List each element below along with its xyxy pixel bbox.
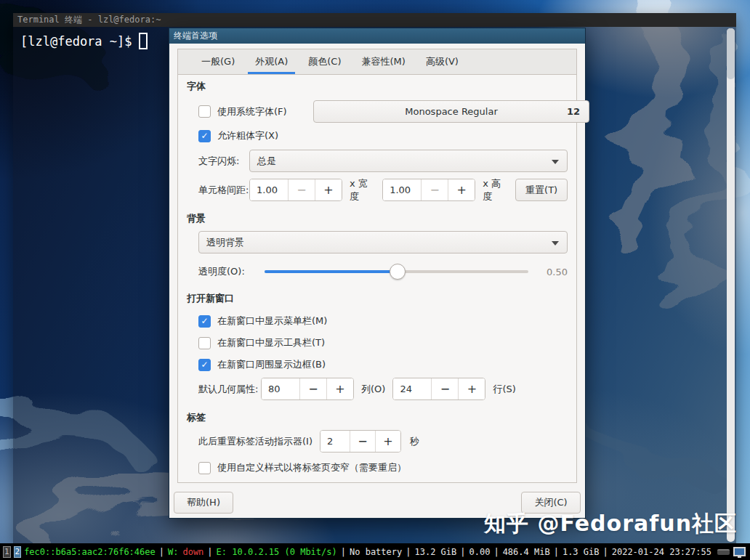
battery-status: No battery	[350, 547, 402, 557]
narrow-tabs-row: 使用自定义样式以将标签页变窄（需要重启）	[198, 460, 568, 476]
separator: |	[337, 547, 350, 557]
opacity-value: 0.50	[537, 267, 568, 277]
rows-value[interactable]: 24	[393, 378, 431, 399]
rows-decrement-icon[interactable]: −	[431, 378, 458, 399]
indicator-increment-icon[interactable]: +	[375, 431, 400, 452]
cell-spacing-row: 单元格间距: 1.00 − + x 宽度 1.00 − + x 高度	[198, 179, 568, 201]
terminal-prompt: [lzl@fedora ~]$	[20, 34, 132, 49]
columns-spinner: 80 − +	[261, 378, 354, 400]
slider-handle[interactable]	[390, 264, 406, 280]
rows-unit: 行(S)	[493, 383, 515, 396]
background-type-dropdown[interactable]: 透明背景	[198, 231, 568, 253]
use-system-font-label: 使用系统字体(F)	[217, 105, 287, 118]
narrow-tabs-label: 使用自定义样式以将标签页变窄（需要重启）	[217, 461, 406, 474]
allow-bold-label: 允许粗体字(X)	[217, 129, 278, 142]
terminal-titlebar[interactable]: Terminal 终端 - lzl@fedora:~	[13, 13, 736, 27]
allow-bold-row: ✓ 允许粗体字(X)	[198, 128, 568, 144]
show-border-checkbox[interactable]: ✓	[198, 359, 211, 371]
font-select-button[interactable]: Monospace Regular 12	[313, 100, 589, 123]
narrow-tabs-checkbox[interactable]	[198, 462, 211, 474]
disk-free: 13.2 GiB	[414, 547, 456, 557]
show-toolbar-row: 在新窗口中显示工具栏(T)	[198, 335, 568, 351]
rows-spinner: 24 − +	[392, 378, 485, 400]
tabs-section-heading: 标签	[187, 411, 206, 424]
opacity-row: 透明度(O): 0.50	[198, 261, 568, 282]
cell-width-increment-icon[interactable]: +	[315, 179, 342, 200]
wlan-label: W:	[168, 547, 178, 557]
wlan-status: down	[182, 547, 203, 557]
desktop: Terminal 终端 - lzl@fedora:~ [lzl@fedora ~…	[0, 0, 750, 560]
activity-indicator-unit: 秒	[410, 435, 419, 448]
memory-usage: 486.4 MiB	[503, 547, 550, 557]
activity-indicator-label: 此后重置标签活动指示器(I)	[198, 435, 312, 448]
activity-indicator-value[interactable]: 2	[320, 431, 350, 452]
opacity-label: 透明度(O):	[198, 265, 265, 278]
rows-increment-icon[interactable]: +	[458, 378, 485, 399]
cell-height-increment-icon[interactable]: +	[448, 179, 475, 200]
columns-increment-icon[interactable]: +	[326, 378, 353, 399]
font-name: Monospace Regular	[405, 106, 498, 117]
display-icon[interactable]	[733, 547, 746, 556]
separator: |	[490, 547, 502, 557]
chevron-down-icon	[552, 160, 559, 164]
tab-compatibility[interactable]: 兼容性(M)	[352, 49, 416, 74]
cell-height-value[interactable]: 1.00	[383, 179, 421, 200]
show-border-label: 在新窗口周围显示边框(B)	[217, 358, 326, 371]
ipv6-address: fec0::b6a5:aac2:76f6:46ee	[24, 547, 156, 557]
load-average: 0.00	[469, 547, 491, 557]
show-toolbar-checkbox[interactable]	[198, 337, 211, 349]
cell-width-decrement-icon[interactable]: −	[288, 179, 315, 200]
reset-button[interactable]: 重置(T)	[515, 179, 568, 201]
show-menubar-row: ✓ 在新窗口中显示菜单栏(M)	[198, 313, 568, 329]
watermark: 知乎 @Fedorafun社区	[484, 509, 737, 539]
activity-indicator-spinner: 2 − +	[320, 430, 401, 453]
statusbar: 1 2 fec0::b6a5:aac2:76f6:46ee | W: down …	[0, 543, 750, 560]
text-blink-value: 总是	[257, 155, 276, 168]
show-border-row: ✓ 在新窗口周围显示边框(B)	[198, 357, 568, 373]
show-menubar-checkbox[interactable]: ✓	[198, 315, 211, 328]
cell-height-unit: x 高度	[483, 177, 508, 203]
allow-bold-checkbox[interactable]: ✓	[198, 130, 211, 142]
indicator-decrement-icon[interactable]: −	[350, 431, 375, 452]
tab-colors[interactable]: 颜色(C)	[298, 49, 351, 74]
opacity-slider[interactable]	[265, 264, 528, 280]
help-button[interactable]: 帮助(H)	[174, 492, 233, 514]
terminal-scrollbar[interactable]	[727, 28, 735, 542]
background-type-value: 透明背景	[206, 236, 244, 249]
tab-general[interactable]: 一般(G)	[191, 49, 245, 74]
separator: |	[599, 547, 611, 557]
cell-width-value[interactable]: 1.00	[250, 179, 288, 200]
clock: 2022-01-24 23:27:55	[612, 547, 711, 557]
background-type-row: 透明背景	[198, 231, 568, 253]
cell-height-decrement-icon[interactable]: −	[421, 179, 448, 200]
separator: |	[456, 547, 469, 557]
columns-decrement-icon[interactable]: −	[299, 378, 326, 399]
use-system-font-checkbox[interactable]	[198, 105, 211, 118]
columns-value[interactable]: 80	[262, 378, 299, 399]
statusbar-readouts: fec0::b6a5:aac2:76f6:46ee | W: down | E:…	[24, 547, 747, 557]
dialog-body: 一般(G) 外观(A) 颜色(C) 兼容性(M) 高级(V) 字体 使用系统字体…	[169, 44, 585, 518]
tab-appearance[interactable]: 外观(A)	[245, 49, 298, 74]
appearance-tab-content: 字体 使用系统字体(F) Monospace Regular 12 ✓ 允许粗体…	[178, 76, 576, 482]
activity-indicator-row: 此后重置标签活动指示器(I) 2 − + 秒	[198, 430, 568, 453]
default-geometry-row: 默认几何属性: 80 − + 列(O) 24 − + 行(S)	[198, 378, 568, 400]
text-blink-label: 文字闪烁:	[198, 155, 239, 168]
background-section-heading: 背景	[187, 212, 206, 225]
text-blink-row: 文字闪烁: 总是	[198, 150, 568, 172]
slider-fill	[265, 270, 398, 273]
separator: |	[156, 547, 168, 557]
terminal-scrollbar-thumb[interactable]	[727, 28, 735, 79]
tabbar: 一般(G) 外观(A) 颜色(C) 兼容性(M) 高级(V)	[178, 49, 576, 75]
cell-height-spinner: 1.00 − +	[382, 179, 475, 201]
separator: |	[550, 547, 562, 557]
tab-advanced[interactable]: 高级(V)	[416, 49, 469, 74]
dialog-titlebar[interactable]: 终端首选项	[169, 28, 585, 44]
text-blink-dropdown[interactable]: 总是	[249, 150, 568, 172]
workspace-1-button[interactable]: 1	[3, 546, 11, 558]
workspace-2-button[interactable]: 2	[14, 546, 22, 558]
ethernet-status: E: 10.0.2.15 (0 Mbit/s)	[217, 547, 337, 557]
cell-width-unit: x 宽度	[350, 177, 375, 203]
preferences-notebook: 一般(G) 外观(A) 颜色(C) 兼容性(M) 高级(V) 字体 使用系统字体…	[177, 49, 577, 483]
swap-usage: 1.3 GiB	[562, 547, 600, 557]
show-toolbar-label: 在新窗口中显示工具栏(T)	[217, 336, 325, 349]
